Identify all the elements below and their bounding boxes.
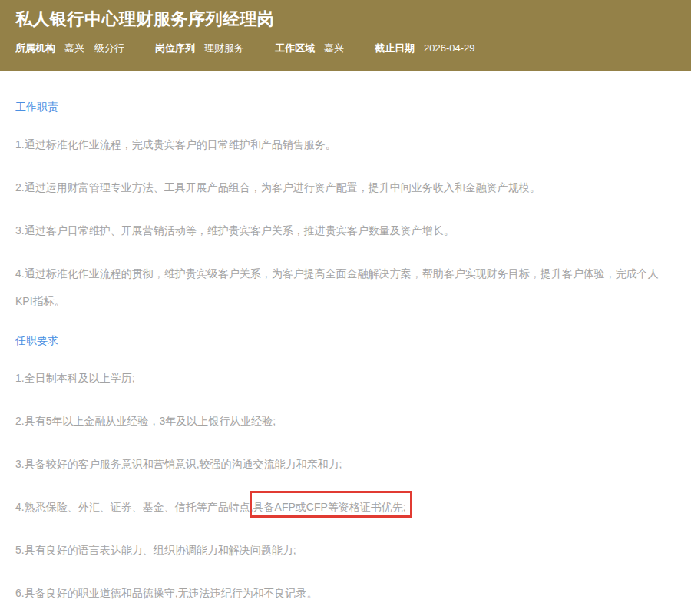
meta-value: 嘉兴	[324, 41, 344, 55]
requirement-item: 5.具有良好的语言表达能力、组织协调能力和解决问题能力;	[15, 536, 676, 564]
section-heading: 任职要求	[15, 333, 676, 348]
meta-label: 岗位序列	[155, 41, 195, 55]
page-title: 私人银行中心理财服务序列经理岗	[15, 8, 676, 31]
requirement-text: 4.熟悉保险、外汇、证券、基金、信托等产品特点,	[15, 501, 253, 513]
requirement-item: 6.具备良好的职业道德和品德操守,无违法违纪行为和不良记录。	[15, 579, 676, 607]
job-description-body: 工作职责1.通过标准化作业流程，完成贵宾客户的日常维护和产品销售服务。2.通过运…	[0, 99, 691, 607]
requirement-item: 3.具备较好的客户服务意识和营销意识,较强的沟通交流能力和亲和力;	[15, 450, 676, 478]
requirement-item: 1.全日制本科及以上学历;	[15, 364, 676, 392]
meta-label: 截止日期	[375, 41, 415, 55]
meta-value: 2026-04-29	[424, 41, 475, 55]
meta-group: 截止日期2026-04-29	[375, 41, 475, 55]
highlight-annotation-box: 具备AFP或CFP等资格证书优先;	[253, 501, 406, 513]
requirement-item: 2.具有5年以上金融从业经验，3年及以上银行从业经验;	[15, 407, 676, 435]
meta-group: 工作区域嘉兴	[275, 41, 344, 55]
meta-group: 岗位序列理财服务	[155, 41, 244, 55]
job-meta-row: 所属机构嘉兴二级分行岗位序列理财服务工作区域嘉兴截止日期2026-04-29	[15, 41, 676, 55]
requirement-item: 4.熟悉保险、外汇、证券、基金、信托等产品特点,具备AFP或CFP等资格证书优先…	[15, 493, 676, 521]
responsibility-item: 3.通过客户日常维护、开展营销活动等，维护贵宾客户关系，推进贵宾客户数量及资产增…	[15, 217, 676, 244]
responsibility-item: 4.通过标准化作业流程的贯彻，维护贵宾级客户关系，为客户提高全面金融解决方案，帮…	[15, 260, 676, 315]
responsibility-item: 2.通过运用财富管理专业方法、工具开展产品组合，为客户进行资产配置，提升中间业务…	[15, 174, 676, 201]
responsibility-item: 1.通过标准化作业流程，完成贵宾客户的日常维护和产品销售服务。	[15, 131, 676, 158]
meta-group: 所属机构嘉兴二级分行	[15, 41, 124, 55]
meta-value: 嘉兴二级分行	[64, 41, 124, 55]
meta-value: 理财服务	[204, 41, 244, 55]
meta-label: 所属机构	[15, 41, 55, 55]
meta-label: 工作区域	[275, 41, 315, 55]
job-header: 私人银行中心理财服务序列经理岗 所属机构嘉兴二级分行岗位序列理财服务工作区域嘉兴…	[0, 0, 691, 71]
section-heading: 工作职责	[15, 99, 676, 114]
